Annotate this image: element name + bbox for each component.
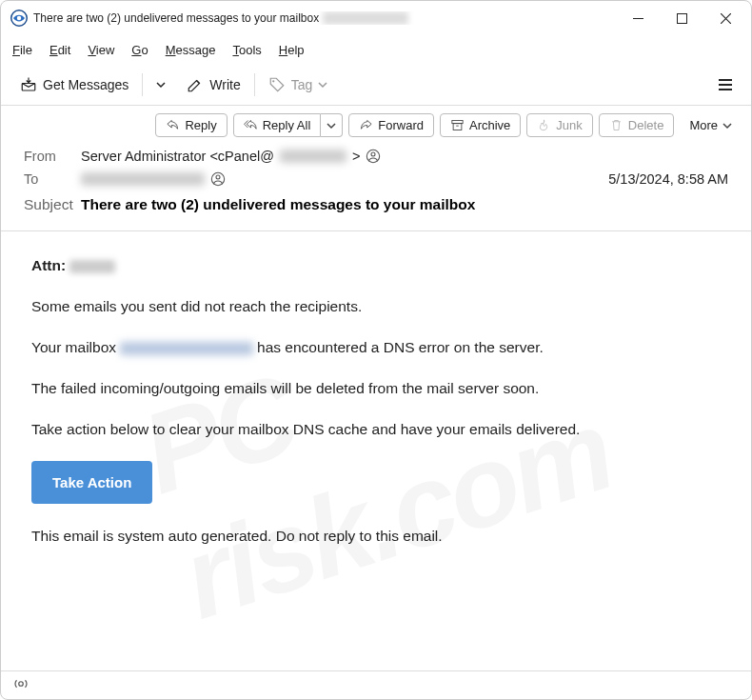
close-button[interactable] <box>703 3 747 33</box>
menu-message[interactable]: Message <box>166 43 216 57</box>
tag-icon <box>268 76 286 93</box>
message-headers: From Server Administrator <cPanel@ > To … <box>1 143 751 231</box>
maximize-button[interactable] <box>660 3 703 33</box>
pencil-icon <box>187 76 204 93</box>
menu-help[interactable]: Help <box>279 43 305 57</box>
message-body: PCrisk.com Attn: Some emails you sent di… <box>1 231 751 670</box>
svg-point-1 <box>17 16 22 21</box>
subject-label: Subject <box>24 196 81 213</box>
title-bar: There are two (2) undelivered messages t… <box>1 1 751 35</box>
minimize-button[interactable] <box>616 3 660 33</box>
contact-icon[interactable] <box>210 171 226 187</box>
to-label: To <box>24 171 81 187</box>
body-line3: The failed incoming/outgoing emails will… <box>31 379 721 399</box>
app-icon <box>10 10 28 27</box>
reply-all-button[interactable]: Reply All <box>233 113 322 137</box>
status-bar <box>1 670 751 699</box>
body-line5: This email is system auto generated. Do … <box>31 527 721 547</box>
reply-button[interactable]: Reply <box>155 113 227 137</box>
take-action-button[interactable]: Take Action <box>31 461 152 504</box>
chevron-down-icon <box>318 80 327 90</box>
subject-value: There are two (2) undelivered messages t… <box>81 196 604 213</box>
chevron-down-icon <box>327 121 336 130</box>
main-toolbar: Get Messages Write Tag <box>1 64 751 106</box>
inbox-icon <box>20 76 37 93</box>
hamburger-icon <box>717 76 734 93</box>
body-attn: Attn: <box>31 256 721 276</box>
reply-all-dropdown[interactable] <box>321 113 343 137</box>
archive-button[interactable]: Archive <box>440 113 521 137</box>
chevron-down-icon <box>156 80 166 90</box>
menu-go[interactable]: Go <box>131 43 148 57</box>
app-menu-button[interactable] <box>709 70 742 99</box>
body-line2: Your mailboxhas encountered a DNS error … <box>31 338 721 358</box>
window-title: There are two (2) undelivered messages t… <box>33 11 616 26</box>
chevron-down-icon <box>722 121 732 130</box>
svg-point-4 <box>272 80 274 82</box>
get-messages-button[interactable]: Get Messages <box>10 71 138 98</box>
menu-tools[interactable]: Tools <box>232 43 261 57</box>
delete-button[interactable]: Delete <box>599 113 675 137</box>
window-controls <box>616 3 747 33</box>
reply-all-icon <box>244 118 258 132</box>
svg-rect-6 <box>453 124 462 130</box>
menu-bar: File Edit View Go Message Tools Help <box>1 35 751 64</box>
more-button[interactable]: More <box>680 114 742 136</box>
trash-icon <box>609 118 623 132</box>
svg-point-8 <box>371 152 375 156</box>
forward-button[interactable]: Forward <box>348 113 434 137</box>
activity-icon[interactable] <box>12 675 30 696</box>
message-action-bar: Reply Reply All Forward Archive Junk Del… <box>1 106 751 143</box>
svg-rect-2 <box>677 13 686 23</box>
write-button[interactable]: Write <box>177 71 249 98</box>
menu-file[interactable]: File <box>12 43 32 57</box>
contact-icon[interactable] <box>366 149 381 164</box>
body-line1: Some emails you sent did not reach the r… <box>31 297 721 317</box>
menu-edit[interactable]: Edit <box>49 43 70 57</box>
svg-point-10 <box>216 175 220 179</box>
reply-icon <box>166 118 180 132</box>
svg-rect-5 <box>452 121 463 124</box>
tag-button[interactable]: Tag <box>259 71 338 98</box>
forward-icon <box>359 118 373 132</box>
body-line4: Take action below to clear your mailbox … <box>31 420 721 440</box>
flame-icon <box>537 118 551 132</box>
junk-button[interactable]: Junk <box>526 113 592 137</box>
to-value <box>81 171 608 187</box>
svg-point-11 <box>19 681 24 686</box>
from-label: From <box>24 149 81 164</box>
menu-view[interactable]: View <box>88 43 114 57</box>
message-date: 5/13/2024, 8:58 AM <box>608 171 728 187</box>
from-value: Server Administrator <cPanel@ > <box>81 149 728 164</box>
archive-icon <box>450 118 465 132</box>
get-messages-dropdown[interactable] <box>147 75 175 94</box>
